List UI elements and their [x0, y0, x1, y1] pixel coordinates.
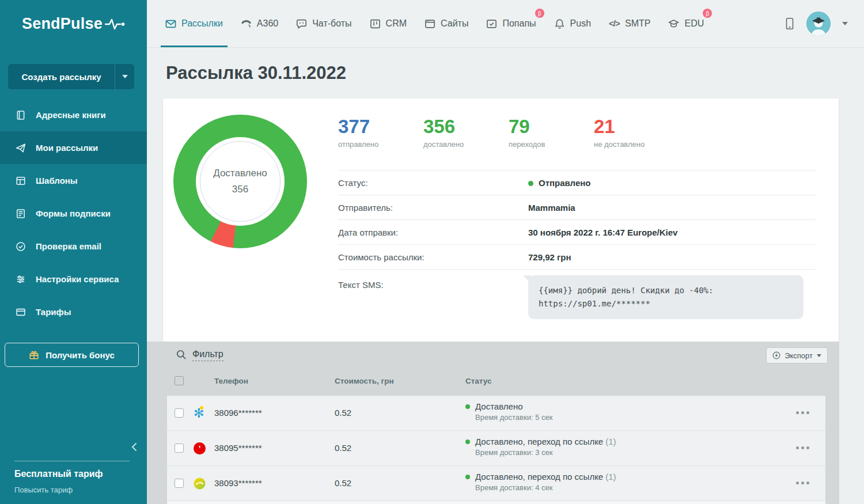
- mobile-phone-icon[interactable]: [785, 17, 795, 30]
- main-content: Рассылка 30.11.2022 Доставлено 356 377 о…: [147, 48, 864, 504]
- status-dot-icon: [465, 475, 470, 479]
- sidebar-collapse-chevron[interactable]: [128, 441, 141, 453]
- row-actions-menu[interactable]: [796, 482, 809, 484]
- pulse-icon: [105, 17, 126, 31]
- stat-delivered: 356 доставлено: [423, 116, 509, 149]
- delivery-status: Доставлено, переход по ссылке(1) Время д…: [465, 437, 616, 457]
- create-campaign-dropdown[interactable]: [115, 64, 134, 89]
- avatar[interactable]: [806, 12, 831, 36]
- tab-campaigns[interactable]: Рассылки: [165, 0, 223, 47]
- message-cost: 0.52: [335, 408, 351, 418]
- detail-row-send-date: Дата отправки: 30 ноября 2022 г. 16:47 E…: [338, 219, 816, 244]
- donut-center-label: Доставлено: [213, 165, 267, 181]
- export-button[interactable]: Экспорт: [766, 347, 828, 363]
- gift-icon: [29, 350, 39, 360]
- sidebar-item-label: Шаблоны: [36, 176, 78, 185]
- sidebar-divider: [14, 461, 130, 461]
- paper-plane-icon: [16, 143, 26, 153]
- top-navigation: Рассылки A360 Чат-боты CRM Сайты Попапы …: [147, 0, 864, 48]
- beta-badge: β: [535, 9, 544, 18]
- graduation-cap-icon: [668, 18, 679, 29]
- page-title: Рассылка 30.11.2022: [166, 63, 346, 84]
- tab-a360[interactable]: A360: [241, 0, 278, 47]
- brand-logo[interactable]: SendPulse: [0, 0, 147, 48]
- tab-crm[interactable]: CRM: [370, 0, 407, 47]
- delivery-time: Время доставки: 4 сек: [475, 483, 616, 492]
- stat-not-delivered: 21 не доставлено: [594, 116, 679, 149]
- row-actions-menu[interactable]: [796, 411, 809, 414]
- detail-row-sms-text: Текст SMS: {{имя}} добрий день! Скидки д…: [338, 269, 816, 319]
- detail-value: 729,92 грн: [528, 252, 571, 262]
- sidebar-item-label: Настройки сервиса: [36, 274, 119, 284]
- sidebar-item-label: Адресные книги: [36, 110, 106, 120]
- tab-popups[interactable]: Попапы β: [486, 0, 536, 47]
- row-actions-menu[interactable]: [796, 446, 809, 449]
- detail-row-cost: Стоимость рассылки: 729,92 грн: [338, 244, 816, 269]
- detail-label: Текст SMS:: [338, 275, 528, 290]
- sms-line: {{имя}} добрий день! Скидки до -40%:: [539, 284, 793, 297]
- tab-edu[interactable]: EDU β: [668, 0, 704, 47]
- tab-label: A360: [257, 18, 278, 29]
- sidebar-item-email-verification[interactable]: Проверка email: [0, 230, 147, 263]
- detail-value: Отправлено: [528, 178, 591, 188]
- export-label: Экспорт: [785, 351, 813, 360]
- stat-clicks: 79 переходов: [509, 116, 594, 149]
- table-row: ✻ 38096******* 0.52 Доставлено Время дос…: [167, 396, 825, 431]
- download-icon: [772, 351, 780, 359]
- sidebar-item-templates[interactable]: Шаблоны: [0, 164, 147, 197]
- current-plan-title: Бесплатный тариф: [14, 469, 103, 479]
- stat-value: 377: [338, 116, 423, 138]
- code-icon: </>: [609, 18, 620, 29]
- message-cost: 0.52: [335, 478, 351, 488]
- form-icon: [16, 209, 26, 219]
- sidebar-item-subscription-forms[interactable]: Формы подписки: [0, 197, 147, 230]
- row-checkbox[interactable]: [175, 444, 184, 453]
- detail-row-status: Статус: Отправлено: [338, 170, 816, 195]
- tab-push[interactable]: Push: [554, 0, 591, 47]
- chevron-down-icon: [817, 354, 821, 357]
- beta-badge: β: [703, 9, 712, 18]
- recipients-table: ✻ 38096******* 0.52 Доставлено Время дос…: [167, 396, 825, 501]
- account-menu-caret[interactable]: [842, 22, 848, 25]
- detail-label: Статус:: [338, 178, 528, 188]
- tab-label: SMTP: [625, 18, 650, 29]
- tab-label: Рассылки: [181, 18, 223, 29]
- tab-label: Сайты: [441, 18, 468, 29]
- phone-number: 38093*******: [214, 478, 262, 488]
- sidebar-item-service-settings[interactable]: Настройки сервиса: [0, 263, 147, 295]
- filter-toggle[interactable]: Фильтр: [192, 349, 223, 361]
- sidebar-item-my-campaigns[interactable]: Мои рассылки: [0, 131, 147, 164]
- browser-window-icon: [425, 18, 435, 29]
- create-campaign-button[interactable]: Создать рассылку: [8, 64, 134, 89]
- tab-label: CRM: [386, 18, 407, 29]
- partial-next-row: [167, 501, 825, 504]
- tab-label: Push: [570, 18, 591, 29]
- search-icon[interactable]: [176, 349, 187, 360]
- sidebar-item-addressbooks[interactable]: Адресные книги: [0, 98, 147, 131]
- delivery-donut: Доставлено 356: [173, 115, 307, 248]
- sidebar-item-pricing[interactable]: Тарифы: [0, 295, 147, 328]
- row-checkbox[interactable]: [175, 408, 184, 418]
- chevron-down-icon: [122, 75, 128, 78]
- tab-smtp[interactable]: </> SMTP: [609, 0, 650, 47]
- kanban-icon: [370, 18, 381, 29]
- get-bonus-button[interactable]: Получить бонус: [5, 343, 139, 367]
- table-row: ' 38095******* 0.52 Доставлено, переход …: [167, 431, 825, 466]
- lifecell-operator-icon: [194, 478, 206, 490]
- brand-name: SendPulse: [22, 15, 103, 33]
- tab-label: Попапы: [502, 18, 536, 29]
- tab-chatbots[interactable]: Чат-боты: [296, 0, 351, 47]
- column-header-cost: Стоимость, грн: [335, 377, 394, 385]
- chat-bubble-icon: [296, 18, 307, 29]
- status-dot-icon: [465, 439, 470, 444]
- stat-value: 79: [509, 116, 594, 138]
- stat-label: переходов: [509, 140, 594, 149]
- phone-number: 38096*******: [214, 408, 262, 418]
- tab-label: Чат-боты: [312, 18, 351, 29]
- row-checkbox[interactable]: [175, 479, 184, 488]
- stat-label: отправлено: [338, 140, 423, 149]
- phone-handset-icon: [241, 18, 252, 29]
- select-all-checkbox[interactable]: [175, 376, 184, 385]
- upgrade-plan-link[interactable]: Повысить тариф: [14, 486, 73, 494]
- tab-sites[interactable]: Сайты: [425, 0, 468, 47]
